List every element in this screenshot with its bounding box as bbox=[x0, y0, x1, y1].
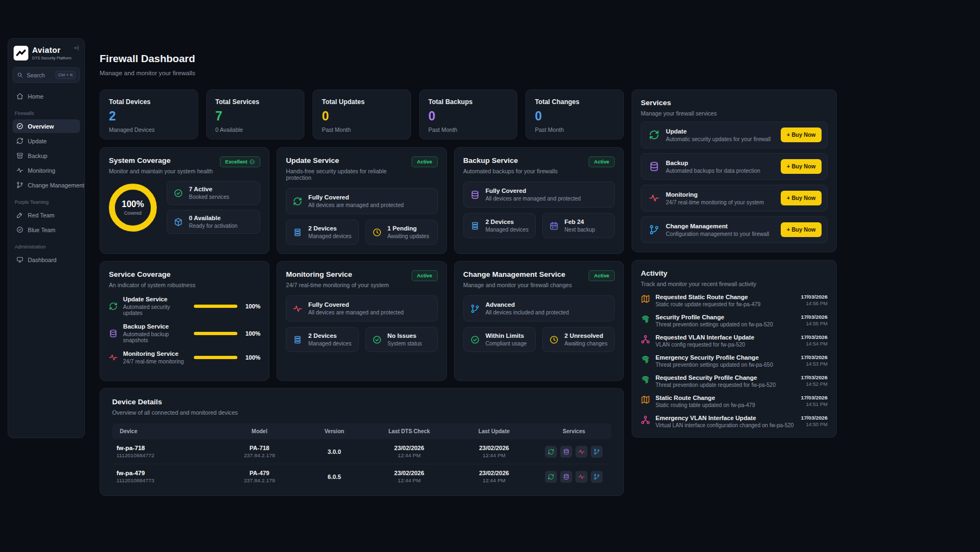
database-icon bbox=[563, 474, 569, 480]
archive-icon bbox=[16, 152, 23, 159]
sidebar-item-change-management[interactable]: Change Management bbox=[13, 178, 80, 192]
update-service-chip[interactable] bbox=[545, 471, 557, 483]
monitoring-service-chip[interactable] bbox=[575, 446, 587, 458]
active-badge: Active bbox=[589, 156, 615, 167]
excellent-badge: Excellent bbox=[220, 156, 261, 167]
monitoring-service-chip[interactable] bbox=[575, 471, 587, 483]
sidebar-item-backup[interactable]: Backup bbox=[13, 149, 80, 162]
sidebar-item-overview[interactable]: Overview bbox=[13, 119, 80, 133]
monitoring-service-card: Monitoring Service 24/7 real-time monito… bbox=[277, 261, 446, 381]
coverage-tile: Advanced All devices included and protec… bbox=[463, 295, 615, 322]
activity-item[interactable]: Emergency Security Profile Change Threat… bbox=[641, 354, 828, 368]
activity-item[interactable]: Requested Security Profile Change Threat… bbox=[641, 374, 828, 389]
check-circle-icon bbox=[174, 189, 183, 198]
search-input[interactable]: Search Ctrl + K bbox=[13, 67, 80, 83]
panel-title: Services bbox=[641, 99, 828, 107]
stat-sub: Past Month bbox=[428, 126, 509, 133]
sidebar-item-monitoring[interactable]: Monitoring bbox=[13, 163, 80, 177]
change-management-chip[interactable] bbox=[591, 446, 603, 458]
sidebar-item-dashboard[interactable]: Dashboard bbox=[13, 253, 80, 266]
activity-item[interactable]: Requested VLAN Interface Update VLAN con… bbox=[641, 334, 828, 348]
pulse-icon bbox=[109, 353, 118, 362]
stat-value: 7 bbox=[216, 109, 296, 124]
stat-total-devices: Total Devices 2 Managed Devices bbox=[100, 89, 198, 139]
refresh-icon bbox=[109, 302, 118, 311]
database-icon bbox=[470, 190, 480, 199]
stat-total-changes: Total Changes 0 Past Month bbox=[525, 89, 624, 139]
sidebar-item-label: Overview bbox=[28, 123, 54, 130]
device-name: fw-pa-479 bbox=[117, 470, 213, 476]
progress-bar bbox=[194, 332, 237, 335]
monitor-icon bbox=[16, 256, 23, 263]
stat-total-backups: Total Backups 0 Past Month bbox=[419, 89, 518, 139]
devices-tile: 2 Devices Managed devices bbox=[286, 327, 358, 352]
change-management-card: Change Management Service Manage and mon… bbox=[454, 261, 624, 381]
stat-sub: Managed Devices bbox=[109, 126, 189, 133]
sidebar-item-blue-team[interactable]: Blue Team bbox=[13, 223, 80, 236]
stat-sub: Past Month bbox=[322, 126, 402, 133]
system-coverage-card: System Coverage Monitor and maintain you… bbox=[100, 147, 270, 254]
stat-value: 2 bbox=[109, 109, 189, 124]
stat-total-updates: Total Updates 0 Past Month bbox=[313, 89, 411, 139]
stat-sub: 0 Available bbox=[216, 126, 296, 133]
cube-icon bbox=[174, 217, 183, 227]
card-subtitle: Automated backups for your firewalls bbox=[463, 168, 558, 174]
sidebar-item-label: Blue Team bbox=[28, 227, 56, 233]
refresh-icon bbox=[548, 448, 554, 455]
activity-item[interactable]: Security Profile Change Threat preventio… bbox=[641, 314, 828, 328]
change-management-chip[interactable] bbox=[591, 471, 603, 483]
pending-tile: 1 Pending Awaiting updates bbox=[365, 220, 438, 245]
brand-name: Aviator bbox=[32, 46, 71, 54]
sidebar-item-home[interactable]: Home bbox=[13, 89, 80, 103]
network-icon bbox=[641, 335, 650, 344]
devices-icon bbox=[293, 228, 302, 237]
services-panel: Services Manage your firewall services U… bbox=[632, 89, 837, 252]
check-circle-icon bbox=[249, 159, 255, 165]
branch-icon bbox=[16, 181, 23, 189]
branch-icon bbox=[649, 225, 659, 235]
network-icon bbox=[641, 415, 650, 424]
check-circle-icon bbox=[470, 335, 480, 344]
backup-service-chip[interactable] bbox=[560, 446, 572, 458]
sidebar-section-purple-teaming: Purple Teaming bbox=[15, 199, 78, 205]
map-icon bbox=[641, 294, 650, 304]
coverage-ring: 100% Covered bbox=[109, 184, 157, 232]
sidebar-item-label: Backup bbox=[28, 153, 47, 159]
coverage-tile: Fully Covered All devices are managed an… bbox=[286, 188, 437, 214]
search-shortcut: Ctrl + K bbox=[56, 71, 76, 79]
activity-item[interactable]: Requested Static Route Change Static rou… bbox=[641, 294, 828, 308]
stats-row: Total Devices 2 Managed Devices Total Se… bbox=[100, 89, 624, 139]
collapse-sidebar-icon[interactable] bbox=[74, 45, 80, 51]
card-subtitle: 24/7 real-time monitoring of your system bbox=[286, 282, 389, 288]
backup-service-chip[interactable] bbox=[560, 471, 572, 483]
pulse-icon bbox=[293, 304, 302, 313]
service-chips bbox=[541, 471, 607, 483]
progress-bar bbox=[194, 356, 237, 359]
col-last-update: Last Update bbox=[452, 423, 537, 439]
refresh-icon bbox=[16, 137, 23, 144]
devices-icon bbox=[293, 335, 302, 344]
buy-now-change-management-button[interactable]: + Buy Now bbox=[781, 222, 822, 237]
stat-label: Total Services bbox=[216, 98, 296, 106]
sidebar-item-red-team[interactable]: Red Team bbox=[13, 208, 80, 222]
col-model: Model bbox=[217, 423, 302, 439]
col-services: Services bbox=[536, 423, 611, 439]
coverage-tile: Fully Covered All devices are managed an… bbox=[463, 181, 615, 208]
activity-item[interactable]: Emergency VLAN Interface Update Virtual … bbox=[641, 415, 828, 429]
branch-icon bbox=[470, 304, 480, 313]
devices-tile: 2 Devices Managed devices bbox=[463, 213, 536, 238]
buy-now-backup-button[interactable]: + Buy Now bbox=[781, 159, 822, 174]
service-row-update: Update Automatic security updates for yo… bbox=[641, 122, 828, 148]
branch-icon bbox=[593, 448, 600, 455]
refresh-icon bbox=[548, 474, 554, 480]
sidebar-item-update[interactable]: Update bbox=[13, 134, 80, 148]
service-row-change-management: Change Management Configuration manageme… bbox=[641, 216, 828, 243]
update-service-chip[interactable] bbox=[545, 446, 557, 458]
search-label: Search bbox=[27, 72, 45, 78]
activity-item[interactable]: Static Route Change Static routing table… bbox=[641, 395, 828, 409]
buy-now-monitoring-button[interactable]: + Buy Now bbox=[781, 191, 822, 205]
coverage-row-monitoring: Monitoring Service 24/7 real-time monito… bbox=[109, 350, 260, 365]
aviator-logo bbox=[14, 46, 28, 60]
buy-now-update-button[interactable]: + Buy Now bbox=[781, 128, 822, 142]
pen-icon bbox=[16, 211, 23, 219]
